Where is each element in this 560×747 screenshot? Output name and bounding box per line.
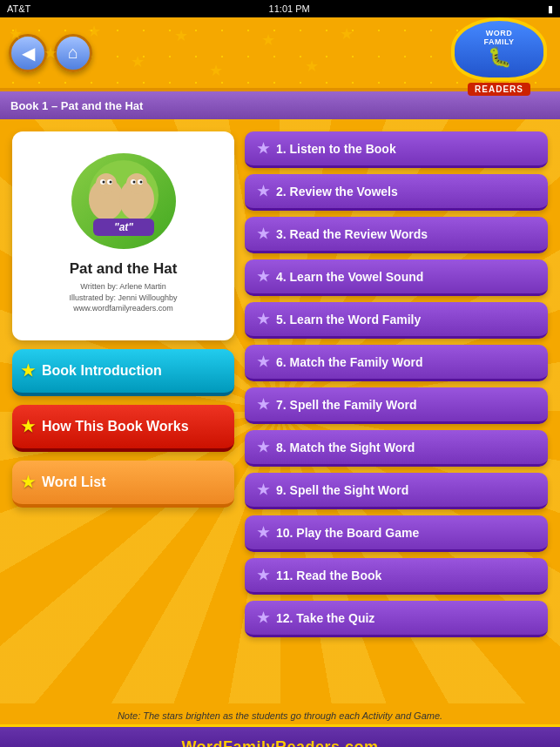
star-icon: ★ [257, 311, 269, 327]
activity-label-2: 2. Review the Vowels [276, 185, 398, 199]
book-art: "at" [71, 153, 176, 249]
logo-badge: WORDFAMILY 🐛 READERS [447, 17, 551, 96]
star-icon: ★ [257, 396, 269, 413]
activity-button-6[interactable]: ★ 6. Match the Family Word [245, 345, 548, 381]
activity-label-9: 9. Spell the Sight Word [276, 483, 408, 497]
activity-label-4: 4. Learn the Vowel Sound [276, 270, 423, 284]
book-introduction-label: Book Introduction [42, 363, 162, 379]
activity-label-10: 10. Play the Board Game [276, 526, 419, 540]
activity-button-2[interactable]: ★ 2. Review the Vowels [245, 174, 548, 211]
activity-label-11: 11. Read the Book [276, 569, 381, 582]
book-cover-illustration: "at" [76, 156, 172, 247]
star-icon: ★ [257, 609, 269, 626]
book-image-container: "at" [67, 149, 180, 253]
home-icon: ⌂ [68, 43, 78, 63]
battery-indicator: ▮ [548, 3, 553, 15]
star-icon: ★ [21, 361, 35, 380]
svg-point-3 [96, 173, 117, 194]
time-display: 11:01 PM [269, 3, 310, 14]
star-icon: ★ [257, 439, 269, 455]
right-panel: ★ 1. Listen to the Book ★ 2. Review the … [245, 131, 548, 703]
activity-button-9[interactable]: ★ 9. Spell the Sight Word [245, 473, 548, 509]
star-icon: ★ [257, 183, 269, 199]
top-header: ★ ★ ★ ★ ★ ★ ★ ★ ★ ◀ ⌂ WORDFAMILY 🐛 READE… [0, 17, 560, 91]
note-text: Note: The stars brighten as the students… [0, 703, 560, 724]
activity-label-8: 8. Match the Sight Word [276, 441, 415, 454]
star-icon: ★ [257, 268, 269, 285]
book-cover: "at" Pat and the Hat Written by: Arlene … [12, 131, 234, 340]
star-icon: ★ [21, 473, 35, 492]
star-icon: ★ [257, 567, 269, 583]
book-introduction-button[interactable]: ★ Book Introduction [12, 349, 234, 396]
activity-button-7[interactable]: ★ 7. Spell the Family Word [245, 387, 548, 424]
footer: WordFamilyReaders.com [0, 724, 560, 747]
how-this-book-works-label: How This Book Works [42, 419, 189, 434]
book-meta: Written by: Arlene Martin Illustrated by… [69, 281, 177, 314]
activity-label-1: 1. Listen to the Book [276, 142, 396, 156]
back-icon: ◀ [22, 43, 35, 64]
activity-button-3[interactable]: ★ 3. Read the Review Words [245, 217, 548, 253]
star-icon: ★ [257, 140, 269, 157]
activity-button-10[interactable]: ★ 10. Play the Board Game [245, 515, 548, 552]
activity-button-8[interactable]: ★ 8. Match the Sight Word [245, 430, 548, 467]
breadcrumb-text: Book 1 – Pat and the Hat [10, 99, 143, 112]
activity-label-3: 3. Read the Review Words [276, 227, 428, 241]
carrier-signal: AT&T [7, 3, 30, 14]
status-bar: AT&T 11:01 PM ▮ [0, 0, 560, 17]
activity-label-12: 12. Take the Quiz [276, 611, 374, 625]
book-title: Pat and the Hat [70, 260, 178, 278]
star-icon: ★ [257, 225, 269, 242]
word-list-button[interactable]: ★ Word List [12, 461, 234, 508]
activity-button-5[interactable]: ★ 5. Learn the Word Family [245, 302, 548, 339]
svg-point-9 [102, 180, 105, 183]
svg-text:"at": "at" [113, 221, 132, 233]
activity-button-4[interactable]: ★ 4. Learn the Vowel Sound [245, 259, 548, 296]
home-button[interactable]: ⌂ [54, 34, 92, 72]
svg-point-10 [109, 180, 111, 183]
left-panel: "at" Pat and the Hat Written by: Arlene … [12, 131, 234, 703]
activity-button-12[interactable]: ★ 12. Take the Quiz [245, 601, 548, 637]
logo-circle: WORDFAMILY 🐛 [451, 17, 547, 81]
logo-top-text: WORDFAMILY [483, 30, 514, 47]
activity-button-1[interactable]: ★ 1. Listen to the Book [245, 131, 548, 168]
activity-button-11[interactable]: ★ 11. Read the Book [245, 558, 548, 595]
star-icon: ★ [257, 353, 269, 370]
logo-readers-banner: READERS [468, 83, 530, 96]
back-button[interactable]: ◀ [9, 34, 47, 72]
activity-label-7: 7. Spell the Family Word [276, 398, 417, 412]
activity-label-5: 5. Learn the Word Family [276, 313, 421, 326]
star-icon: ★ [257, 481, 269, 498]
star-icon: ★ [257, 524, 269, 541]
main-content: "at" Pat and the Hat Written by: Arlene … [0, 119, 560, 703]
svg-point-4 [126, 173, 147, 194]
star-icon: ★ [21, 417, 35, 436]
footer-text: WordFamilyReaders.com [181, 738, 378, 747]
svg-point-12 [139, 180, 142, 183]
word-list-label: Word List [42, 474, 105, 490]
svg-point-11 [132, 180, 135, 183]
activity-label-6: 6. Match the Family Word [276, 355, 423, 369]
how-this-book-works-button[interactable]: ★ How This Book Works [12, 405, 234, 452]
